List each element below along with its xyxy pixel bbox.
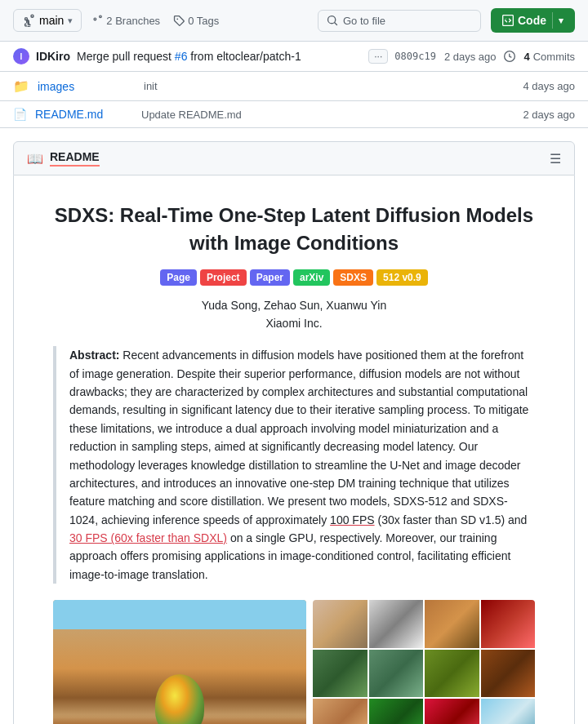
grid-cell-2 — [369, 600, 424, 648]
file-name-images[interactable]: images — [38, 80, 136, 93]
tags-count: 0 Tags — [188, 15, 219, 27]
branches-link[interactable]: 2 Branches — [91, 15, 160, 27]
file-name-readme[interactable]: README.md — [35, 108, 133, 121]
search-icon — [327, 15, 338, 26]
commit-hash[interactable]: 0809c19 — [394, 51, 436, 62]
branches-count: 2 Branches — [106, 15, 160, 27]
file-row: 📁 images init 4 days ago — [0, 72, 588, 101]
list-icon[interactable]: ☰ — [550, 151, 561, 167]
authors: Yuda Song, Zehao Sun, Xuanwu Yin — [53, 299, 535, 312]
readme-title-row: 📖 README — [27, 150, 100, 167]
code-btn-label: Code — [518, 14, 546, 27]
search-placeholder: Go to file — [343, 15, 385, 27]
file-msg-readme: Update README.md — [141, 109, 514, 121]
branch-icon — [22, 14, 35, 27]
code-btn-divider — [552, 12, 553, 29]
readme-main-title: SDXS: Real-Time One-Step Latent Diffusio… — [53, 202, 535, 256]
grid-cell-5 — [313, 650, 368, 698]
grid-cell-3 — [425, 600, 479, 648]
code-chevron-icon: ▾ — [559, 16, 564, 26]
readme-images — [53, 600, 535, 724]
readme-title: README — [50, 150, 100, 167]
commit-msg-suffix: from eltoclear/patch-1 — [190, 50, 301, 63]
file-msg-images: init — [144, 80, 514, 92]
readme-header: 📖 README ☰ — [13, 141, 575, 175]
abstract-body: Recent advancements in diffusion models … — [69, 349, 528, 526]
abstract-label: Abstract: — [69, 349, 119, 362]
file-doc-icon: 📄 — [13, 108, 27, 121]
badge-project[interactable]: Project — [200, 269, 247, 286]
badge-sdxs[interactable]: SDXS — [333, 269, 373, 286]
folder-icon: 📁 — [13, 78, 29, 94]
balloon-body — [155, 674, 204, 724]
commit-username[interactable]: IDKiro — [36, 50, 70, 63]
repo-meta: 2 Branches 0 Tags — [91, 15, 308, 27]
file-time-readme: 2 days ago — [523, 109, 575, 121]
grid-cell-12 — [481, 699, 536, 724]
commit-meta-right: 0809c19 2 days ago 4 Commits — [394, 51, 575, 63]
readme-section: 📖 README ☰ SDXS: Real-Time One-Step Late… — [0, 141, 588, 724]
readme-content: SDXS: Real-Time One-Step Latent Diffusio… — [13, 175, 575, 724]
commit-ellipsis[interactable]: ··· — [368, 49, 388, 64]
clock-icon — [504, 51, 515, 62]
go-to-file-search[interactable]: Go to file — [318, 10, 481, 32]
badge-512[interactable]: 512 v0.9 — [376, 269, 428, 286]
affiliation: Xiaomi Inc. — [53, 317, 535, 330]
badge-paper[interactable]: Paper — [250, 269, 290, 286]
avatar: I — [13, 48, 29, 64]
badge-arxiv[interactable]: arXiv — [293, 269, 330, 286]
balloon-image — [53, 600, 306, 724]
image-grid — [313, 600, 535, 724]
branch-label: main — [39, 14, 64, 27]
book-icon: 📖 — [27, 151, 43, 167]
commit-msg-prefix: Merge pull request — [77, 50, 172, 63]
badge-page[interactable]: Page — [160, 269, 197, 286]
tag-icon — [173, 15, 185, 26]
abstract-mid: (30x faster than SD v1.5) and — [377, 513, 527, 526]
grid-cell-1 — [313, 600, 368, 648]
commit-message: Merge pull request #6 from eltoclear/pat… — [77, 50, 362, 63]
commits-label: Commits — [533, 51, 575, 63]
badges-row: Page Project Paper arXiv SDXS 512 v0.9 — [53, 269, 535, 286]
fps-100: 100 FPS — [330, 513, 374, 526]
grid-cell-11 — [425, 699, 479, 724]
file-row: 📄 README.md Update README.md 2 days ago — [0, 101, 588, 128]
code-icon — [502, 15, 514, 26]
file-list: 📁 images init 4 days ago 📄 README.md Upd… — [0, 72, 588, 128]
file-time-images: 4 days ago — [523, 80, 575, 92]
grid-cell-7 — [425, 650, 479, 698]
commits-number: 4 — [523, 51, 529, 63]
grid-cell-9 — [313, 699, 368, 724]
code-button[interactable]: Code ▾ — [491, 8, 575, 33]
grid-cell-4 — [481, 600, 536, 648]
pr-link[interactable]: #6 — [175, 50, 188, 63]
branch-button[interactable]: main ▾ — [13, 9, 82, 32]
balloon — [155, 674, 204, 724]
abstract-section: Abstract: Recent advancements in diffusi… — [53, 346, 535, 584]
commits-count[interactable]: 4 Commits — [523, 51, 575, 63]
branch-chevron-icon: ▾ — [68, 16, 73, 26]
grid-cell-10 — [369, 699, 424, 724]
tags-link[interactable]: 0 Tags — [173, 15, 219, 27]
grid-cell-6 — [369, 650, 424, 698]
grid-cell-8 — [481, 650, 536, 698]
abstract-text: Abstract: Recent advancements in diffusi… — [69, 346, 535, 584]
fps-30: 30 FPS (60x faster than SDXL) — [69, 531, 227, 544]
commit-time: 2 days ago — [444, 51, 497, 63]
branches-icon — [91, 15, 103, 26]
top-bar: main ▾ 2 Branches 0 Tags Go to file Code… — [0, 0, 588, 42]
commit-bar: I IDKiro Merge pull request #6 from elto… — [0, 42, 588, 72]
